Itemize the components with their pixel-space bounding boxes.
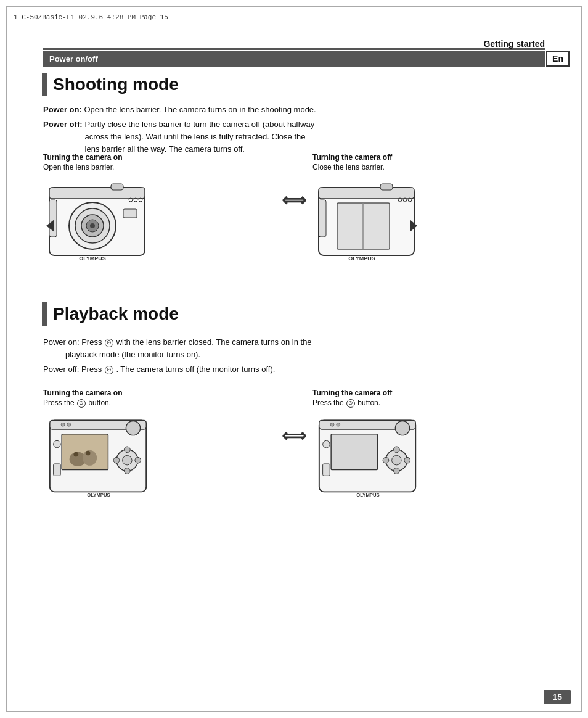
playback-arrow-symbol: ⟺: [282, 426, 306, 446]
svg-point-37: [113, 457, 120, 463]
shooting-power-off-text: Partly close the lens barrier to turn th…: [85, 118, 315, 155]
shooting-arrow-middle: ⟺: [276, 190, 312, 210]
svg-point-43: [61, 423, 65, 426]
svg-rect-41: [54, 464, 61, 476]
playback-off-title: Turning the camera off: [312, 389, 545, 397]
svg-point-52: [383, 457, 389, 463]
svg-point-55: [323, 440, 330, 448]
shooting-mode-title: Shooting mode: [53, 75, 179, 94]
svg-rect-47: [331, 434, 377, 470]
svg-point-34: [123, 455, 132, 464]
shooting-off-sub: Close the lens barrier.: [312, 163, 545, 171]
svg-point-49: [392, 455, 401, 464]
shooting-mode-text-block: Power on: Open the lens barrier. The cam…: [43, 104, 545, 156]
shooting-power-on-label: Power on:: [43, 105, 82, 114]
svg-point-35: [125, 447, 131, 453]
shooting-on-title: Turning the camera on: [43, 153, 276, 162]
section-accent-bar-playback: [42, 302, 47, 326]
svg-point-6: [90, 223, 95, 228]
camera-back-on-svg: OLYMPUS: [43, 411, 154, 498]
shooting-power-off-line: Power off: Partly close the lens barrier…: [43, 118, 545, 155]
svg-rect-1: [49, 188, 145, 199]
svg-point-44: [67, 423, 71, 426]
playback-power-off-text: Press ⊙ . The camera turns off (the moni…: [81, 365, 275, 374]
playback-diagram-row: Turning the camera on Press the ⊙ button…: [43, 389, 545, 500]
svg-rect-56: [323, 464, 330, 476]
shooting-off-col: Turning the camera off Close the lens ba…: [312, 153, 545, 263]
section-title-text: Power on/off: [49, 54, 98, 64]
playback-on-sub: Press the ⊙ button.: [43, 398, 276, 408]
svg-point-58: [330, 423, 334, 426]
svg-rect-28: [62, 434, 108, 470]
svg-rect-24: [319, 200, 326, 237]
playback-mode-text-block: Power on: Press ⊙ with the lens barrier …: [43, 336, 545, 376]
shooting-diagram-row: Turning the camera on Open the lens barr…: [43, 153, 545, 263]
playback-mode-title: Playback mode: [53, 304, 179, 324]
playback-arrow-middle: ⟺: [276, 426, 312, 446]
playback-on-title: Turning the camera on: [43, 389, 276, 397]
playback-off-sub: Press the ⊙ button.: [312, 398, 545, 408]
svg-rect-8: [123, 209, 137, 218]
shooting-on-col: Turning the camera on Open the lens barr…: [43, 153, 276, 263]
section-title-bar: Power on/off: [43, 51, 545, 67]
svg-point-50: [394, 447, 400, 453]
shooting-power-on-line: Power on: Open the lens barrier. The cam…: [43, 104, 545, 116]
shooting-power-off-label: Power off:: [43, 118, 83, 155]
svg-point-54: [395, 421, 409, 435]
playback-on-col: Turning the camera on Press the ⊙ button…: [43, 389, 276, 500]
svg-text:OLYMPUS: OLYMPUS: [348, 255, 375, 262]
svg-point-51: [394, 468, 400, 474]
page-number-badge: 15: [544, 690, 571, 704]
svg-rect-12: [111, 184, 123, 190]
getting-started-label: Getting started: [483, 39, 545, 49]
shooting-diagrams-section: Turning the camera on Open the lens barr…: [43, 153, 545, 263]
playback-power-off-line: Power off: Press ⊙ . The camera turns of…: [43, 363, 545, 376]
svg-point-31: [73, 452, 78, 456]
playback-power-on-label: Power on:: [43, 337, 80, 347]
playback-mode-heading: Playback mode: [42, 302, 179, 326]
shooting-arrow-symbol: ⟺: [282, 190, 306, 210]
section-accent-bar-shooting: [42, 73, 47, 96]
shooting-power-on-text: Open the lens barrier. The camera turns …: [82, 105, 316, 114]
svg-point-39: [126, 421, 140, 435]
playback-heading-row: Playback mode: [42, 302, 179, 326]
playback-button-icon-off: ⊙: [105, 366, 113, 374]
playback-power-off-label: Power off:: [43, 365, 79, 374]
svg-point-53: [404, 457, 410, 463]
shooting-on-sub: Open the lens barrier.: [43, 163, 276, 171]
svg-rect-13: [49, 200, 57, 237]
playback-off-col: Turning the camera off Press the ⊙ butto…: [312, 389, 545, 500]
playback-button-icon-on: ⊙: [105, 339, 113, 347]
en-badge: En: [546, 51, 570, 67]
playback-diagrams-section: Turning the camera on Press the ⊙ button…: [43, 389, 545, 500]
top-rule: [43, 48, 545, 50]
playback-off-btn-icon: ⊙: [346, 399, 355, 408]
header-line: 1 C-50ZBasic-E1 02.9.6 4:28 PM Page 15: [14, 14, 168, 21]
camera-front-open-svg: OLYMPUS: [43, 175, 154, 262]
svg-rect-23: [380, 184, 393, 190]
svg-text:OLYMPUS: OLYMPUS: [356, 492, 379, 498]
svg-rect-16: [319, 188, 414, 199]
shooting-off-title: Turning the camera off: [312, 153, 545, 162]
svg-point-32: [86, 451, 91, 456]
playback-power-on-line: Power on: Press ⊙ with the lens barrier …: [43, 336, 545, 361]
svg-point-59: [337, 423, 340, 426]
camera-front-closed-svg: OLYMPUS: [312, 175, 423, 262]
svg-text:OLYMPUS: OLYMPUS: [79, 255, 106, 262]
playback-power-on-text: Press ⊙ with the lens barrier closed. Th…: [43, 337, 312, 359]
svg-point-36: [125, 468, 131, 474]
camera-back-off-svg: OLYMPUS: [312, 411, 423, 498]
svg-point-40: [54, 440, 61, 448]
svg-point-38: [135, 457, 141, 463]
playback-on-btn-icon: ⊙: [77, 399, 86, 408]
svg-text:OLYMPUS: OLYMPUS: [87, 492, 110, 498]
shooting-mode-heading: Shooting mode: [42, 73, 179, 96]
